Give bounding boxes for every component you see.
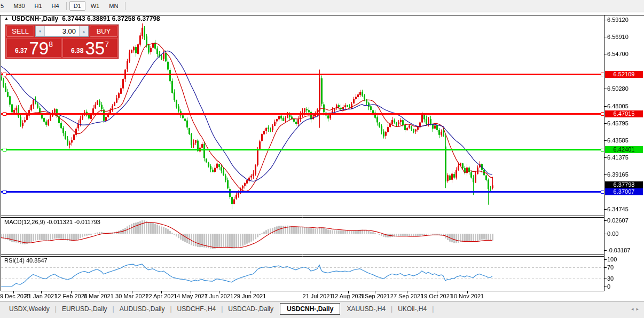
date-tick-label: 21 Jul 2021 bbox=[303, 293, 333, 299]
chart-tab-ukoil-h4[interactable]: UKOil-,H4 bbox=[393, 303, 431, 315]
tab-scroll-arrows[interactable]: ◂▸ bbox=[631, 306, 641, 312]
date-tick-label: 22 Apr 2021 bbox=[145, 293, 177, 299]
price-tick-label: 6.41375 bbox=[607, 154, 629, 161]
date-tick-label: 10 Nov 2021 bbox=[451, 293, 484, 299]
timeframe-button-d1[interactable]: D1 bbox=[69, 1, 85, 11]
chart-tab-usdchf-h4[interactable]: USDCHF-,H4 bbox=[172, 303, 221, 315]
collapse-panel-icon[interactable]: ▲ bbox=[4, 16, 9, 21]
ohlc-info-line: ▲USDCNH-,Daily6.37443 6.38891 6.37258 6.… bbox=[4, 15, 160, 22]
timeframe-button-w1[interactable]: W1 bbox=[87, 1, 104, 11]
sell-price-point: 8 bbox=[49, 40, 53, 49]
price-level-label: 6.47015 bbox=[605, 110, 643, 117]
macd-tick-label: 0.00 bbox=[607, 230, 618, 237]
current-price-label: 6.37798 bbox=[605, 181, 643, 188]
sell-price-panel[interactable]: 6.37 79 8 bbox=[6, 38, 61, 58]
date-tick-label: 7 Jun 2021 bbox=[205, 293, 233, 299]
rsi-indicator-label: RSI(14) 40.8547 bbox=[4, 257, 48, 264]
tab-divider: | bbox=[170, 305, 171, 313]
price-level-label: 6.37007 bbox=[605, 188, 643, 195]
buy-price-point: 7 bbox=[105, 40, 109, 49]
date-tick-label: 30 Mar 2021 bbox=[115, 293, 148, 299]
price-tick-label: 6.34745 bbox=[607, 206, 629, 212]
timeframe-button-m30[interactable]: M30 bbox=[9, 1, 29, 11]
macd-tick-label: -0.03187 bbox=[607, 247, 630, 253]
timeframe-button-h1[interactable]: H1 bbox=[30, 1, 46, 11]
buy-button[interactable]: BUY bbox=[90, 26, 117, 37]
toolbar-separator bbox=[125, 2, 125, 10]
date-tick-label: 14 May 2021 bbox=[174, 293, 208, 299]
price-tick-label: 6.45795 bbox=[607, 120, 629, 126]
tab-divider: | bbox=[113, 305, 114, 313]
macd-indicator-label: MACD(12,26,9) -0.011321 -0.011793 bbox=[4, 219, 100, 225]
rsi-tick-label: 70 bbox=[607, 264, 614, 271]
tab-scroll-right-icon[interactable]: ▸ bbox=[636, 306, 641, 312]
buy-price-panel[interactable]: 6.38 35 7 bbox=[62, 38, 117, 58]
date-tick-label: 12 Feb 2021 bbox=[54, 293, 88, 299]
rsi-tick-label: 30 bbox=[607, 275, 614, 282]
price-tick-label: 6.50280 bbox=[607, 85, 629, 92]
date-tick-label: 29 Jun 2021 bbox=[234, 293, 266, 299]
sell-button[interactable]: SELL bbox=[6, 26, 34, 37]
one-click-trading-panel: SELL ▾ 3.00 ▴ BUY 6.37 79 8 6.38 35 7 bbox=[5, 24, 119, 59]
price-tick-label: 6.39165 bbox=[607, 171, 629, 178]
buy-price-pips: 35 bbox=[85, 41, 105, 57]
price-tick-label: 6.59120 bbox=[607, 17, 629, 23]
chart-tab-xauusd-h4[interactable]: XAUUSD-,H4 bbox=[342, 303, 390, 315]
timeframe-button-5[interactable]: 5 bbox=[0, 1, 8, 11]
chart-tab-eurusd-daily[interactable]: EURUSD-,Daily bbox=[57, 303, 112, 315]
date-tick-label: 8 Mar 2021 bbox=[84, 293, 114, 299]
price-tick-label: 6.48005 bbox=[607, 103, 629, 109]
tab-divider: | bbox=[221, 305, 223, 313]
chart-tab-audusd-daily[interactable]: AUDUSD-,Daily bbox=[115, 303, 170, 315]
chart-tab-usdcnh-daily[interactable]: USDCNH-,Daily bbox=[280, 303, 340, 315]
chart-tab-usdx-weekly[interactable]: USDX,Weekly bbox=[4, 303, 54, 315]
sell-price-prefix: 6.37 bbox=[15, 47, 27, 54]
volume-spinner: ▾ 3.00 ▴ bbox=[35, 26, 89, 37]
buy-price-prefix: 6.38 bbox=[71, 47, 83, 54]
trading-terminal: 5M30H1H4D1W1MN ▲USDCNH-,Daily6.37443 6.3… bbox=[0, 0, 644, 318]
toolbar-separator bbox=[66, 2, 67, 10]
sell-price-pips: 79 bbox=[29, 41, 49, 57]
price-level-label: 6.42401 bbox=[605, 146, 643, 153]
volume-input[interactable]: 3.00 bbox=[45, 26, 79, 36]
date-tick-label: 27 Sep 2021 bbox=[390, 293, 423, 299]
date-tick-label: 3 Sep 2021 bbox=[360, 293, 390, 299]
chart-tab-bar: USDX,Weekly|EURUSD-,Daily|AUDUSD-,Daily|… bbox=[0, 301, 644, 318]
volume-increase-icon[interactable]: ▴ bbox=[79, 26, 88, 36]
volume-decrease-icon[interactable]: ▾ bbox=[36, 26, 45, 36]
price-tick-label: 6.43585 bbox=[607, 137, 629, 144]
timeframe-toolbar: 5M30H1H4D1W1MN bbox=[0, 0, 644, 12]
tab-divider: | bbox=[432, 305, 434, 313]
price-level-label: 6.52109 bbox=[605, 71, 643, 78]
chart-tab-usdcad-daily[interactable]: USDCAD-,Daily bbox=[223, 303, 278, 315]
symbol-period-label: USDCNH-,Daily bbox=[12, 15, 58, 22]
price-tick-label: 6.56910 bbox=[607, 34, 629, 40]
tab-divider: | bbox=[55, 305, 57, 313]
tab-divider: | bbox=[391, 305, 392, 313]
price-tick-label: 6.54700 bbox=[607, 51, 629, 57]
rsi-tick-label: 0 bbox=[607, 283, 610, 290]
macd-tick-label: 0.02607 bbox=[607, 217, 629, 224]
timeframe-button-mn[interactable]: MN bbox=[105, 1, 122, 11]
rsi-tick-label: 100 bbox=[607, 256, 617, 263]
ohlc-values: 6.37443 6.38891 6.37258 6.37798 bbox=[62, 15, 160, 22]
date-tick-label: 19 Oct 2021 bbox=[421, 293, 453, 299]
timeframe-button-h4[interactable]: H4 bbox=[48, 1, 64, 11]
date-tick-label: 21 Jan 2021 bbox=[25, 293, 58, 299]
